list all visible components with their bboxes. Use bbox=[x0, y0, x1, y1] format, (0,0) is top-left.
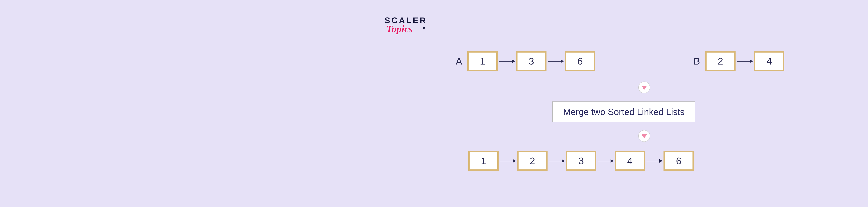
logo-text-topics: Topics bbox=[386, 23, 437, 35]
arrow-icon bbox=[500, 160, 516, 161]
arrow-icon bbox=[647, 160, 662, 161]
list-a-node-2: 6 bbox=[565, 51, 595, 71]
result-node-2: 3 bbox=[566, 151, 596, 171]
operation-label: Merge two Sorted Linked Lists bbox=[563, 107, 684, 117]
result-node-0: 1 bbox=[468, 151, 499, 171]
scaler-topics-logo: SCALER Topics bbox=[384, 15, 437, 35]
list-b-label: B bbox=[693, 56, 700, 67]
list-b-row: B 2 4 bbox=[693, 51, 784, 71]
arrow-icon bbox=[499, 61, 515, 62]
list-b-node-0: 2 bbox=[705, 51, 736, 71]
result-node-4: 6 bbox=[663, 151, 694, 171]
result-row: 1 2 3 4 6 bbox=[468, 151, 694, 171]
down-triangle-icon bbox=[642, 134, 647, 138]
down-triangle-icon bbox=[642, 86, 647, 90]
arrow-icon bbox=[737, 61, 752, 62]
list-b-node-1: 4 bbox=[754, 51, 784, 71]
arrow-icon bbox=[548, 61, 563, 62]
list-a-node-1: 3 bbox=[516, 51, 547, 71]
list-a-node-0: 1 bbox=[467, 51, 498, 71]
arrow-icon bbox=[549, 160, 564, 161]
diagram-canvas: SCALER Topics A 1 3 6 B 2 4 Merge two So… bbox=[0, 0, 868, 207]
list-a-label: A bbox=[456, 56, 462, 67]
result-node-1: 2 bbox=[517, 151, 548, 171]
arrow-icon bbox=[598, 160, 613, 161]
list-a-row: A 1 3 6 bbox=[456, 51, 595, 71]
result-node-3: 4 bbox=[615, 151, 645, 171]
down-indicator-1 bbox=[638, 81, 650, 93]
down-indicator-2 bbox=[638, 130, 650, 142]
operation-label-box: Merge two Sorted Linked Lists bbox=[552, 102, 695, 122]
logo-dot-icon bbox=[423, 27, 425, 29]
